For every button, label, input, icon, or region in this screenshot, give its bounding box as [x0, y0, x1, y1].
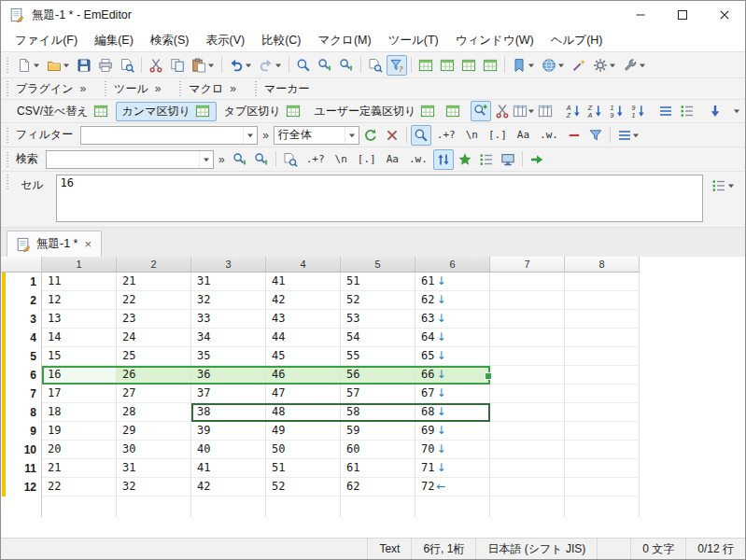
grid-cell-r2c3[interactable]: 32: [191, 291, 266, 310]
grid-cell-r9c3[interactable]: 39: [191, 422, 266, 441]
menu-item-4[interactable]: 表示(V): [197, 30, 253, 51]
tab-untitled[interactable]: 無題-1 * ×: [7, 231, 102, 257]
grid-cell-r7c7[interactable]: [490, 385, 565, 403]
grid-cell-r4c2[interactable]: 24: [117, 329, 191, 347]
cell-toolbar-button[interactable]: [709, 175, 738, 196]
grid-cell-r11c1[interactable]: 21: [42, 459, 117, 478]
grid-cell-r6c3[interactable]: 36: [191, 366, 266, 385]
filter-input[interactable]: [80, 126, 258, 145]
find-in-files-button[interactable]: [365, 55, 386, 76]
grid-cell-r2c2[interactable]: 22: [117, 291, 191, 310]
column-header-2[interactable]: 2: [117, 257, 191, 273]
grid-cell-r8c1[interactable]: 18: [42, 403, 117, 422]
search-whole-word-button[interactable]: .w.: [404, 149, 432, 170]
grid-cell-r5c6[interactable]: 65↓: [415, 347, 490, 366]
redo-button[interactable]: [256, 55, 285, 76]
grid-cell-r7c2[interactable]: 27: [117, 385, 191, 403]
row-number-12[interactable]: 12: [1, 478, 42, 497]
dropdown-caret-icon[interactable]: [726, 178, 735, 193]
dropdown-caret-icon[interactable]: [527, 58, 535, 73]
column-header-8[interactable]: 8: [565, 257, 640, 273]
grid-cell-r6c1[interactable]: 16: [42, 366, 117, 385]
csv-comma-mode-button[interactable]: カンマ区切り: [116, 102, 217, 121]
column-header-6[interactable]: 6: [415, 257, 490, 273]
search-prev-button[interactable]: [251, 149, 272, 170]
filter-advanced-button[interactable]: [585, 125, 606, 146]
row-number-9[interactable]: 9: [1, 422, 42, 441]
grid-cell-r1c2[interactable]: 21: [117, 273, 191, 291]
jump-to-match-button[interactable]: [527, 149, 547, 170]
print-preview-button[interactable]: [117, 55, 137, 76]
grid-cell-r8c5[interactable]: 58: [341, 403, 415, 422]
grid-cell-r3c8[interactable]: [565, 310, 640, 329]
toolbar-grip[interactable]: [6, 58, 9, 73]
cell-value-editor[interactable]: 16: [56, 175, 703, 222]
bookmarks-button[interactable]: [509, 55, 538, 76]
search-direction-button[interactable]: [433, 149, 454, 170]
dropdown-caret-icon[interactable]: [203, 152, 211, 167]
grid-cell-r10c4[interactable]: 50: [266, 441, 341, 459]
search-match-case-button[interactable]: Aa: [382, 149, 403, 170]
row-number-6[interactable]: 6: [1, 366, 42, 385]
grid-cell-r11c6[interactable]: 71↓: [415, 459, 490, 478]
search-regex-button[interactable]: .+?: [302, 149, 330, 170]
dropdown-caret-icon[interactable]: [32, 58, 40, 73]
search-escape-button[interactable]: \n: [331, 149, 352, 170]
dropdown-caret-icon[interactable]: [244, 58, 252, 73]
menu-item-8[interactable]: ウィンドウ(W): [447, 30, 542, 51]
undo-button[interactable]: [226, 55, 255, 76]
row-number-10[interactable]: 10: [1, 441, 42, 459]
grid-cell-r4c4[interactable]: 44: [266, 329, 341, 347]
grid-cell-r9c4[interactable]: 49: [266, 422, 341, 441]
menu-item-1[interactable]: ファイル(F): [7, 30, 86, 51]
dropdown-caret-icon[interactable]: [347, 128, 356, 143]
filter-negate-button[interactable]: [564, 125, 584, 146]
grid-cell-r6c8[interactable]: [565, 366, 640, 385]
column-header-4[interactable]: 4: [266, 257, 341, 273]
save-button[interactable]: [74, 55, 94, 76]
csv-options-button[interactable]: [480, 55, 500, 76]
column-header-3[interactable]: 3: [191, 257, 266, 273]
dropdown-caret-icon[interactable]: [274, 58, 282, 73]
find-next-button[interactable]: [315, 55, 335, 76]
grid-corner[interactable]: [1, 257, 42, 273]
grid-cell-r12c2[interactable]: 32: [117, 478, 191, 497]
close-button[interactable]: [703, 1, 745, 29]
tools-button[interactable]: [590, 55, 619, 76]
grid-cell-r11c8[interactable]: [565, 459, 640, 478]
grid-cell-r7c8[interactable]: [565, 385, 640, 403]
menu-item-7[interactable]: ツール(T): [380, 30, 447, 51]
grid-cell-r5c5[interactable]: 55: [341, 347, 415, 366]
grid-cell-r2c8[interactable]: [565, 291, 640, 310]
customize-button[interactable]: [620, 55, 649, 76]
grid-cell-r5c7[interactable]: [490, 347, 565, 366]
grid-cell-r2c4[interactable]: 42: [266, 291, 341, 310]
filter-scope-dropdown[interactable]: [345, 127, 359, 144]
minimize-button[interactable]: [619, 1, 661, 29]
dropdown-caret-icon[interactable]: [608, 58, 616, 73]
filter-charclass-button[interactable]: [.]: [484, 125, 512, 146]
grid-cell-r9c5[interactable]: 59: [341, 422, 415, 441]
grid-cell-r10c1[interactable]: 20: [42, 441, 117, 459]
row-number-11[interactable]: 11: [1, 459, 42, 478]
grid-cell-r10c8[interactable]: [565, 441, 640, 459]
maximize-button[interactable]: [661, 1, 703, 29]
toolbar-grip[interactable]: [6, 152, 9, 167]
grid-cell-r2c1[interactable]: 12: [42, 291, 117, 310]
csv-sort-menu-button[interactable]: CSV/並べ替え: [10, 102, 115, 121]
toolbar-grip[interactable]: [178, 81, 182, 96]
search-overflow-chevron[interactable]: »: [215, 153, 229, 166]
csv-overflow-button[interactable]: [726, 101, 746, 121]
search-next-button[interactable]: [230, 149, 250, 170]
dropdown-caret-icon[interactable]: [632, 128, 640, 143]
open-file-button[interactable]: [44, 55, 73, 76]
filter-close-button[interactable]: [382, 125, 402, 146]
copy-button[interactable]: [167, 55, 188, 76]
goto-cell-button[interactable]: [705, 101, 725, 121]
grid-cell-r8c7[interactable]: [490, 403, 565, 422]
grid-cell-r5c2[interactable]: 25: [117, 347, 191, 366]
grid-cell-r11c4[interactable]: 51: [266, 459, 341, 478]
grid-cell-r8c3[interactable]: 38: [191, 403, 266, 422]
grid-cell-r7c4[interactable]: 47: [266, 385, 341, 403]
toolbar-grip[interactable]: [6, 81, 9, 96]
